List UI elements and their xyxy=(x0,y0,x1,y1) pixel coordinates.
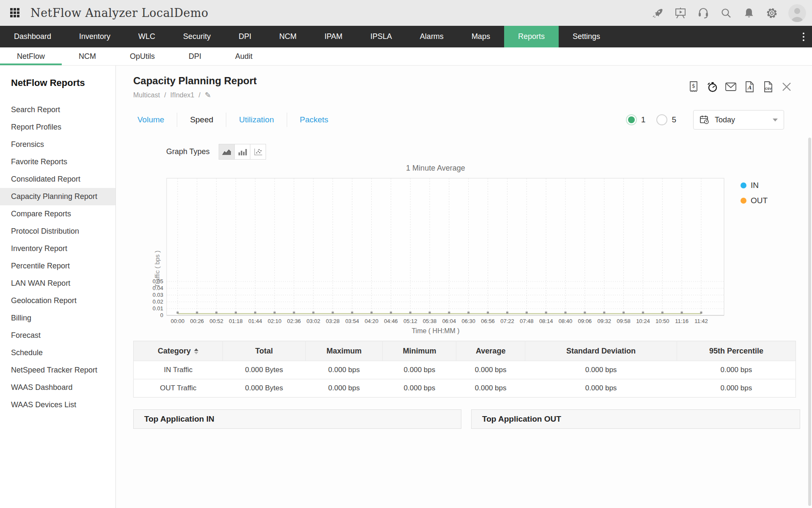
interval-radio-1[interactable]: 1 xyxy=(626,114,646,125)
settings-gear-icon[interactable] xyxy=(765,7,778,19)
close-icon[interactable] xyxy=(781,81,793,93)
edit-pencil-icon[interactable]: ✎ xyxy=(205,91,211,100)
subnav-item-audit[interactable]: Audit xyxy=(218,47,269,65)
report-content: Capacity Planning Report Multicast / IfI… xyxy=(116,66,812,508)
legend-item-out[interactable]: OUT xyxy=(741,196,768,205)
billing-cost-icon[interactable]: $ xyxy=(688,81,700,93)
sidebar-item-compare-reports[interactable]: Compare Reports xyxy=(0,205,115,223)
sidebar-item-waas-devices-list[interactable]: WAAS Devices List xyxy=(0,396,115,414)
column-header-total[interactable]: Total xyxy=(223,341,305,361)
sidebar-item-search-report[interactable]: Search Report xyxy=(0,101,115,119)
breadcrumb: Multicast / IfIndex1 / ✎ xyxy=(133,91,257,100)
sidebar-item-geolocation-report[interactable]: Geolocation Report xyxy=(0,292,115,309)
subnav-item-ncm[interactable]: NCM xyxy=(62,47,113,65)
sidebar-item-report-profiles[interactable]: Report Profiles xyxy=(0,119,115,136)
table-cell: 0.000 bps xyxy=(677,361,796,379)
nav-overflow-kebab-icon[interactable] xyxy=(803,26,804,47)
rocket-icon[interactable] xyxy=(651,7,664,19)
sort-arrows-icon[interactable] xyxy=(194,348,198,354)
sidebar-item-schedule[interactable]: Schedule xyxy=(0,344,115,362)
export-csv-icon[interactable]: CSV xyxy=(762,81,774,93)
column-header-minimum[interactable]: Minimum xyxy=(383,341,456,361)
top-application-in-panel[interactable]: Top Application IN xyxy=(133,409,461,429)
interval-radio-5[interactable]: 5 xyxy=(656,114,676,125)
sidebar-item-forensics[interactable]: Forensics xyxy=(0,136,115,153)
nav-item-dashboard[interactable]: Dashboard xyxy=(0,26,65,47)
schedule-timer-icon[interactable] xyxy=(706,81,718,93)
graph-type-bar-button[interactable] xyxy=(234,144,250,160)
graph-type-scatter-button[interactable] xyxy=(250,144,266,160)
sidebar-item-lan-wan-report[interactable]: LAN WAN Report xyxy=(0,275,115,292)
export-pdf-icon[interactable]: A xyxy=(743,81,755,93)
sidebar-item-waas-dashboard[interactable]: WAAS Dashboard xyxy=(0,379,115,396)
svg-text:08:14: 08:14 xyxy=(539,318,553,324)
topbar-actions xyxy=(651,4,806,22)
sidebar-item-inventory-report[interactable]: Inventory Report xyxy=(0,240,115,257)
nav-item-inventory[interactable]: Inventory xyxy=(65,26,124,47)
column-header-95th-percentile[interactable]: 95th Percentile xyxy=(677,341,796,361)
sidebar-item-consolidated-report[interactable]: Consolidated Report xyxy=(0,171,115,188)
date-range-picker[interactable]: Today xyxy=(693,110,784,130)
tab-utilization[interactable]: Utilization xyxy=(226,113,286,127)
traffic-chart-plot[interactable]: 00:0000:2600:5201:1801:4402:1002:3603:02… xyxy=(140,176,732,326)
legend-item-in[interactable]: IN xyxy=(741,181,768,190)
page-scrollbar[interactable] xyxy=(808,138,811,506)
radio-circle[interactable] xyxy=(626,114,637,125)
sidebar-item-forecast[interactable]: Forecast xyxy=(0,327,115,344)
sidebar-item-capacity-planning-report[interactable]: Capacity Planning Report xyxy=(0,188,115,205)
svg-text:00:00: 00:00 xyxy=(171,318,185,324)
tab-speed[interactable]: Speed xyxy=(177,113,226,127)
svg-text:$: $ xyxy=(692,83,695,89)
svg-text:05:38: 05:38 xyxy=(423,318,437,324)
svg-text:02:10: 02:10 xyxy=(268,318,282,324)
nav-item-settings[interactable]: Settings xyxy=(559,26,614,47)
nav-item-ncm[interactable]: NCM xyxy=(265,26,310,47)
user-avatar[interactable] xyxy=(788,4,806,22)
column-header-category[interactable]: Category xyxy=(134,341,223,361)
column-header-standard-deviation[interactable]: Standard Deviation xyxy=(525,341,677,361)
training-video-icon[interactable] xyxy=(674,7,687,19)
column-header-average[interactable]: Average xyxy=(456,341,525,361)
nav-item-reports[interactable]: Reports xyxy=(504,26,559,47)
nav-item-wlc[interactable]: WLC xyxy=(124,26,169,47)
breadcrumb-device[interactable]: Multicast xyxy=(133,91,160,99)
nav-item-security[interactable]: Security xyxy=(169,26,225,47)
nav-item-dpi[interactable]: DPI xyxy=(225,26,265,47)
table-cell: 0.000 bps xyxy=(456,361,525,379)
subnav-item-oputils[interactable]: OpUtils xyxy=(113,47,172,65)
app-launcher-icon[interactable] xyxy=(10,8,20,18)
svg-text:10:24: 10:24 xyxy=(636,318,650,324)
subnav-item-netflow[interactable]: NetFlow xyxy=(0,47,62,65)
search-icon[interactable] xyxy=(720,7,732,19)
sidebar-item-percentile-report[interactable]: Percentile Report xyxy=(0,257,115,275)
breadcrumb-interface[interactable]: IfIndex1 xyxy=(170,91,195,99)
support-headset-icon[interactable] xyxy=(697,7,710,19)
svg-text:06:04: 06:04 xyxy=(442,318,456,324)
tab-packets[interactable]: Packets xyxy=(287,113,341,127)
graph-type-area-button[interactable] xyxy=(219,144,235,160)
sidebar-item-protocol-distribution[interactable]: Protocol Distribution xyxy=(0,223,115,240)
svg-text:0.01: 0.01 xyxy=(153,305,163,312)
subnav-item-dpi[interactable]: DPI xyxy=(172,47,218,65)
column-header-maximum[interactable]: Maximum xyxy=(305,341,383,361)
top-application-out-panel[interactable]: Top Application OUT xyxy=(471,409,800,429)
email-report-icon[interactable] xyxy=(725,81,737,93)
sidebar-item-netspeed-tracker-report[interactable]: NetSpeed Tracker Report xyxy=(0,362,115,379)
notifications-bell-icon[interactable] xyxy=(743,7,755,19)
sidebar-item-favorite-reports[interactable]: Favorite Reports xyxy=(0,153,115,171)
app-title: NetFlow Analyzer LocalDemo xyxy=(30,6,208,19)
sidebar-item-billing[interactable]: Billing xyxy=(0,309,115,327)
table-cell: 0.000 bps xyxy=(305,379,383,398)
reports-sidebar: NetFlow Reports Search ReportReport Prof… xyxy=(0,66,116,508)
radio-circle[interactable] xyxy=(656,114,667,125)
tab-volume[interactable]: Volume xyxy=(133,113,177,127)
nav-item-maps[interactable]: Maps xyxy=(458,26,504,47)
graph-types-label: Graph Types xyxy=(166,147,210,156)
nav-item-ipam[interactable]: IPAM xyxy=(310,26,357,47)
nav-item-ipsla[interactable]: IPSLA xyxy=(357,26,406,47)
chart-legend: INOUT xyxy=(741,181,768,211)
nav-item-alarms[interactable]: Alarms xyxy=(406,26,458,47)
interval-radio-group: 15 xyxy=(626,114,676,125)
table-cell: 0.000 Bytes xyxy=(223,379,305,398)
svg-text:00:52: 00:52 xyxy=(209,318,223,324)
